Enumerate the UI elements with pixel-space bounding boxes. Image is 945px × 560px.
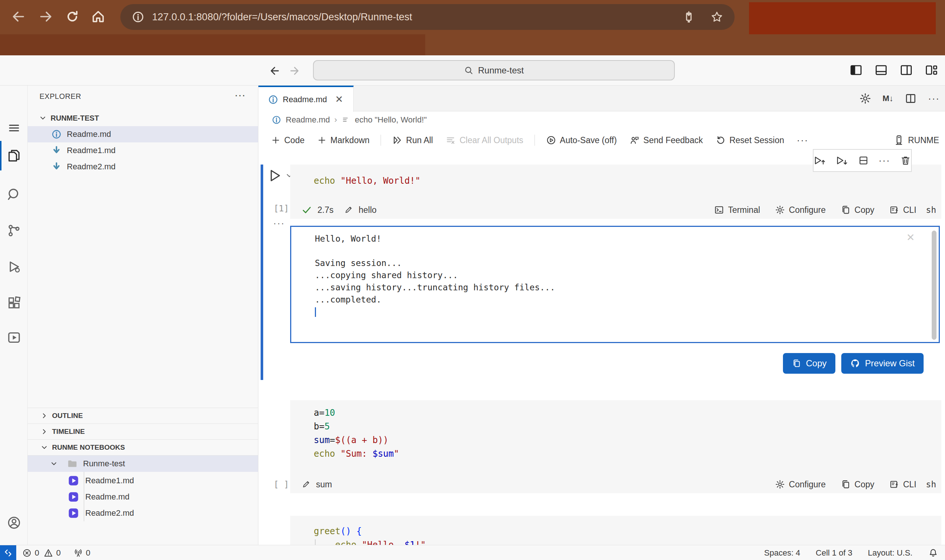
copy-icon — [840, 479, 851, 489]
cell-code-block[interactable]: greet() { echo "Hello, $1!" — [290, 516, 941, 545]
back-arrow-icon — [11, 9, 26, 24]
explorer-more-actions[interactable]: ··· — [234, 89, 245, 101]
configure-action[interactable]: Configure — [775, 205, 826, 215]
preview-gist-button[interactable]: Preview Gist — [841, 353, 923, 374]
section-outline[interactable]: OUTLINE — [28, 408, 258, 423]
cli-action[interactable]: CLI — [889, 205, 917, 215]
delete-cell-icon[interactable] — [900, 155, 911, 166]
copy-action[interactable]: Copy — [840, 205, 874, 215]
problems-errors[interactable]: 0 — [22, 548, 39, 558]
browser-back-button[interactable] — [8, 5, 29, 28]
cli-action[interactable]: CLI — [889, 479, 917, 489]
command-center-search[interactable]: Runme-test — [313, 60, 675, 80]
code-line[interactable]: sum=$((a + b)) — [314, 434, 941, 447]
close-tab-icon[interactable]: ✕ — [335, 94, 343, 105]
customize-layout-icon[interactable] — [924, 63, 938, 77]
code-line[interactable]: echo "Hello, $1!" — [314, 538, 941, 545]
cell-name[interactable]: hello — [358, 205, 376, 215]
reset-session-button[interactable]: Reset Session — [712, 133, 788, 148]
file-row-readme[interactable]: Readme.md — [28, 126, 258, 142]
notebook-row-readme[interactable]: Readme.md — [28, 489, 258, 505]
site-info-icon[interactable] — [131, 10, 145, 24]
terminal-action[interactable]: Terminal — [714, 205, 760, 215]
editor-area: Readme.md ✕ M↓ ··· Readme.md › echo "Hel… — [258, 86, 945, 545]
split-editor-icon[interactable] — [904, 92, 917, 105]
execute-below-icon[interactable] — [836, 155, 848, 166]
file-row-readme1[interactable]: Readme1.md — [28, 142, 258, 158]
breadcrumb-file[interactable]: Readme.md — [286, 115, 330, 125]
notebook-folder-row[interactable]: Runme-test — [28, 455, 258, 472]
notifications-bell-icon[interactable] — [928, 548, 938, 558]
browser-reload-button[interactable] — [62, 5, 83, 28]
cell-code-block[interactable]: echo "Hello, World!" 2.7s hello T — [290, 165, 941, 219]
split-cell-icon[interactable] — [858, 155, 869, 166]
application-menu-button[interactable] — [0, 115, 28, 141]
forwarded-ports[interactable]: 0 — [74, 548, 91, 558]
history-back-button[interactable] — [267, 63, 283, 79]
section-label: OUTLINE — [52, 412, 83, 420]
code-line[interactable]: greet() { — [314, 525, 941, 538]
code-line[interactable]: echo "Sum: $sum" — [314, 447, 941, 461]
more-actions-icon[interactable]: ··· — [928, 93, 940, 105]
code-line[interactable]: echo "Hello, World!" — [314, 174, 941, 188]
add-markdown-button[interactable]: Markdown — [313, 133, 373, 148]
code-line[interactable]: b=5 — [314, 420, 941, 434]
cell-name[interactable]: sum — [316, 480, 332, 489]
vscode-titlebar: Runme-test — [0, 55, 945, 86]
auto-save-button[interactable]: Auto-Save (off) — [542, 133, 621, 148]
browser-home-button[interactable] — [88, 5, 108, 28]
sidebar-item-explorer[interactable] — [0, 143, 28, 169]
cell-output-more-icon[interactable]: ··· — [273, 218, 285, 229]
browser-address-bar[interactable]: 127.0.0.1:8080/?folder=/Users/macos/Desk… — [120, 4, 735, 30]
toggle-panel-icon[interactable] — [874, 63, 888, 77]
runme-brand[interactable]: RUNME — [893, 128, 939, 152]
indentation-status[interactable]: Spaces: 4 — [764, 548, 800, 558]
configure-action[interactable]: Configure — [775, 479, 826, 489]
copy-output-button[interactable]: Copy — [783, 353, 836, 374]
cell-code-block[interactable]: a=10 b=5 sum=$((a + b)) echo "Sum: $sum"… — [290, 400, 941, 493]
toolbar-more-icon[interactable]: ··· — [797, 135, 808, 146]
cell-language[interactable]: sh — [926, 205, 936, 215]
markdown-preview-icon[interactable]: M↓ — [883, 94, 893, 103]
install-app-icon[interactable] — [682, 10, 695, 24]
section-runme-notebooks[interactable]: RUNME NOTEBOOKS — [28, 439, 258, 455]
terminal-cursor — [315, 307, 316, 317]
notebook-row-readme2[interactable]: Readme2.md — [28, 505, 258, 521]
account-button[interactable] — [0, 510, 28, 535]
run-cell-button[interactable] — [267, 168, 294, 184]
sidebar-item-source-control[interactable] — [0, 218, 28, 243]
send-feedback-button[interactable]: Send Feedback — [626, 133, 706, 148]
cell-more-icon[interactable]: ··· — [879, 155, 890, 166]
url-text[interactable]: 127.0.0.1:8080/?folder=/Users/macos/Desk… — [152, 11, 682, 23]
remote-indicator[interactable] — [0, 545, 16, 560]
section-timeline[interactable]: TIMELINE — [28, 423, 258, 439]
execute-above-icon[interactable] — [814, 155, 826, 166]
keyboard-layout-status[interactable]: Layout: U.S. — [868, 548, 913, 558]
tab-readme[interactable]: Readme.md ✕ — [258, 86, 354, 112]
sidebar-item-extensions[interactable] — [0, 290, 28, 316]
bookmark-star-icon[interactable] — [710, 10, 723, 24]
add-code-button[interactable]: Code — [267, 133, 308, 148]
output-scrollbar[interactable] — [932, 231, 937, 340]
breadcrumb-cell[interactable]: echo "Hello, World!" — [355, 115, 427, 125]
toggle-sidebar-icon[interactable] — [849, 63, 863, 77]
close-output-icon[interactable]: ✕ — [907, 231, 914, 243]
toggle-secondary-sidebar-icon[interactable] — [899, 63, 913, 77]
problems-warnings[interactable]: 0 — [43, 548, 60, 558]
history-forward-button[interactable] — [287, 63, 303, 79]
notebook-row-readme1[interactable]: Readme1.md — [28, 472, 258, 489]
explorer-root-folder[interactable]: RUNME-TEST — [28, 110, 258, 126]
sidebar-item-runme-notebooks[interactable] — [0, 325, 28, 351]
cell-language[interactable]: sh — [926, 480, 936, 489]
copy-action[interactable]: Copy — [840, 479, 874, 489]
browser-forward-button[interactable] — [35, 5, 56, 28]
run-all-button[interactable]: Run All — [388, 133, 437, 148]
sidebar-item-search[interactable] — [0, 182, 28, 207]
sidebar-item-run-debug[interactable] — [0, 254, 28, 280]
code-line[interactable]: a=10 — [314, 406, 941, 420]
gear-icon[interactable] — [859, 92, 871, 105]
cell-output[interactable]: Hello, World! Saving session......copyin… — [290, 226, 940, 343]
cell-position-status[interactable]: Cell 1 of 3 — [816, 548, 853, 558]
tab-label: Readme.md — [283, 95, 327, 105]
file-row-readme2[interactable]: Readme2.md — [28, 158, 258, 175]
